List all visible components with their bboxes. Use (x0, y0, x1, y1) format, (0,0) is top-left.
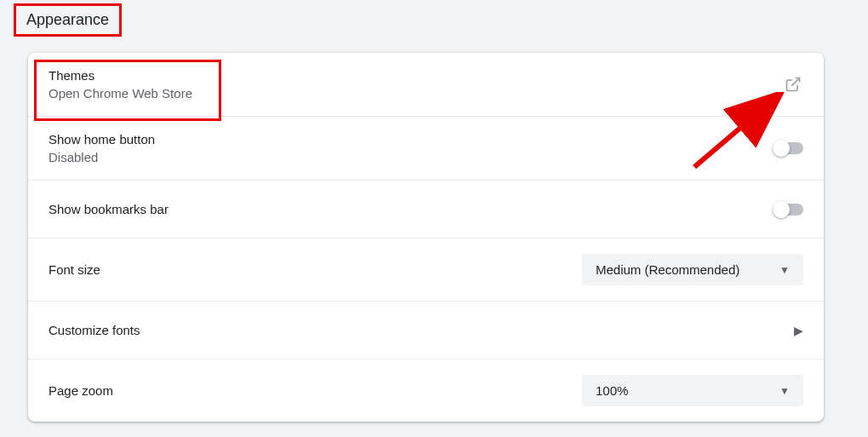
external-link-icon (783, 74, 803, 95)
themes-text: Themes Open Chrome Web Store (49, 68, 192, 101)
customize-fonts-text: Customize fonts (49, 323, 140, 337)
page-zoom-value: 100% (596, 383, 628, 398)
svg-line-2 (791, 78, 799, 86)
home-button-title: Show home button (49, 132, 155, 147)
bookmarks-bar-toggle[interactable] (773, 204, 803, 216)
page-zoom-text: Page zoom (49, 383, 113, 398)
page-zoom-dropdown[interactable]: 100% ▼ (582, 375, 803, 406)
home-button-row: Show home button Disabled (28, 117, 824, 181)
bookmarks-bar-title: Show bookmarks bar (49, 202, 168, 216)
section-title-appearance: Appearance (14, 3, 122, 37)
font-size-text: Font size (49, 262, 100, 277)
font-size-value: Medium (Recommended) (596, 262, 740, 277)
toggle-thumb (773, 140, 790, 157)
themes-subtitle: Open Chrome Web Store (49, 86, 192, 101)
appearance-settings-card: Themes Open Chrome Web Store Show home b… (28, 53, 824, 422)
font-size-row: Font size Medium (Recommended) ▼ (28, 239, 824, 302)
customize-fonts-title: Customize fonts (49, 323, 140, 337)
customize-fonts-row[interactable]: Customize fonts ▶ (28, 302, 824, 359)
home-button-text: Show home button Disabled (49, 132, 155, 164)
page-zoom-row: Page zoom 100% ▼ (28, 359, 824, 422)
themes-title: Themes (49, 68, 192, 83)
font-size-dropdown[interactable]: Medium (Recommended) ▼ (582, 254, 803, 285)
chevron-down-icon: ▼ (779, 385, 790, 397)
chevron-right-icon: ▶ (794, 324, 803, 337)
font-size-title: Font size (49, 262, 100, 277)
bookmarks-bar-row: Show bookmarks bar (28, 181, 824, 239)
toggle-thumb (773, 201, 790, 218)
section-title-label: Appearance (26, 11, 109, 28)
bookmarks-bar-text: Show bookmarks bar (49, 202, 168, 216)
home-button-subtitle: Disabled (49, 150, 155, 164)
home-button-toggle[interactable] (773, 142, 803, 154)
chevron-down-icon: ▼ (779, 264, 790, 276)
page-zoom-title: Page zoom (49, 383, 113, 398)
themes-row[interactable]: Themes Open Chrome Web Store (28, 53, 824, 117)
